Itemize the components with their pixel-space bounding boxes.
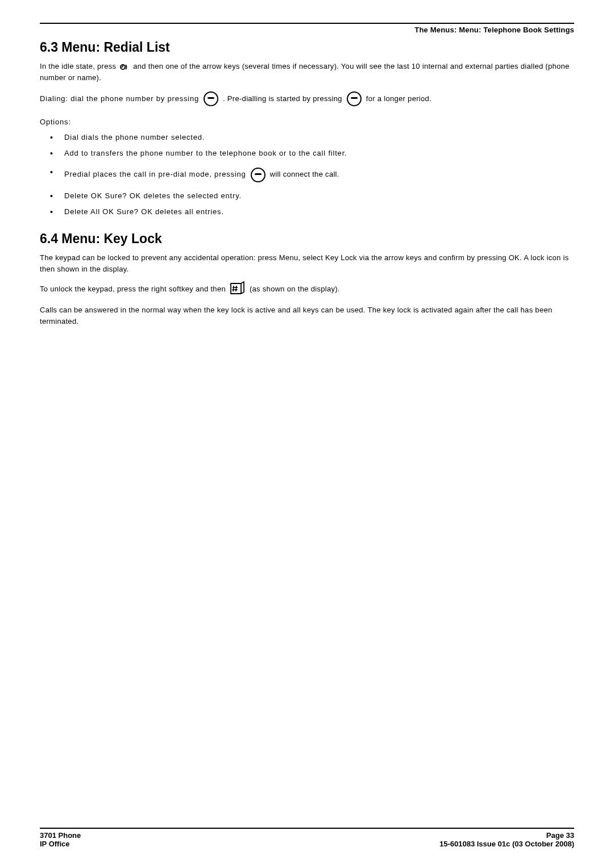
footer-page-number: Page 33	[546, 831, 574, 840]
text-fragment: for a longer period.	[366, 94, 432, 103]
footer-product-line: IP Office	[40, 840, 70, 848]
list-item: Predial places the call in pre-dial mode…	[50, 163, 574, 186]
svg-line-9	[233, 286, 234, 291]
text-fragment: (as shown on the display).	[250, 285, 340, 293]
footer-rule	[40, 828, 574, 829]
text-fragment: In the idle state, press	[40, 62, 116, 70]
svg-rect-4	[208, 97, 214, 99]
list-item: Delete OK Sure? OK deletes the selected …	[50, 190, 574, 202]
options-list: Dial dials the phone number selected. Ad…	[50, 132, 574, 217]
text-fragment: . Pre-dialling is started by pressing	[223, 94, 342, 103]
section-64-paragraph-2: To unlock the keypad, press the right so…	[40, 281, 574, 296]
list-item: Delete All OK Sure? OK deletes all entri…	[50, 206, 574, 218]
speaker-icon	[119, 61, 130, 73]
list-item: Dial dials the phone number selected.	[50, 132, 574, 143]
list-item: Add to transfers the phone number to the…	[50, 148, 574, 159]
svg-rect-8	[255, 173, 262, 175]
section-64-heading: 6.4 Menu: Key Lock	[40, 231, 574, 247]
section-63-paragraph-1: In the idle state, press and then one of…	[40, 61, 574, 84]
text-fragment: To unlock the keypad, press the right so…	[40, 285, 226, 293]
section-63-heading: 6.3 Menu: Redial List	[40, 40, 574, 55]
call-key-icon	[202, 90, 219, 107]
list-item-text: Add to transfers the phone number to the…	[64, 149, 347, 157]
section-63-paragraph-2: Dialing: dial the phone number by pressi…	[40, 90, 574, 107]
section-64-paragraph-3: Calls can be answered in the normal way …	[40, 304, 574, 327]
svg-rect-6	[351, 97, 358, 99]
hash-key-icon	[229, 281, 246, 296]
list-item-text: Delete OK Sure? OK deletes the selected …	[64, 191, 242, 200]
header-breadcrumb: The Menus: Menu: Telephone Book Settings	[40, 26, 574, 34]
svg-line-10	[236, 286, 237, 291]
footer-product: 3701 Phone	[40, 831, 81, 840]
section-64-paragraph-1: The keypad can be locked to prevent any …	[40, 252, 574, 274]
list-item-text: Delete All OK Sure? OK deletes all entri…	[64, 207, 224, 216]
list-item-text: will connect the call.	[270, 170, 339, 179]
page-footer: 3701 Phone Page 33 IP Office 15-601083 I…	[40, 828, 574, 848]
footer-document-id: 15-601083 Issue 01c (03 October 2008)	[439, 840, 574, 848]
call-key-icon	[250, 166, 267, 183]
call-key-icon	[346, 90, 363, 107]
header-rule	[40, 23, 574, 24]
list-item-text: Dial dials the phone number selected.	[64, 133, 205, 141]
list-item-text: Predial places the call in pre-dial mode…	[64, 170, 246, 179]
options-label: Options:	[40, 116, 574, 128]
text-fragment: Dialing: dial the phone number by pressi…	[40, 94, 199, 103]
